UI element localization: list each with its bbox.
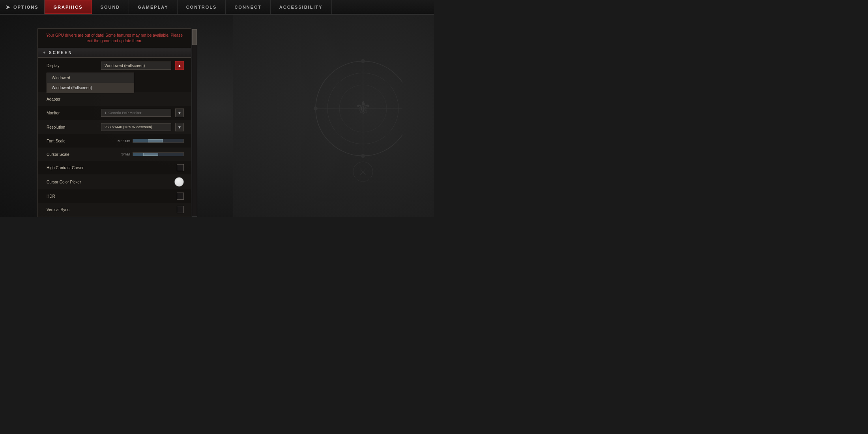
cursor-scale-slider[interactable] [133,152,184,156]
adapter-setting-row: Adapter [38,92,191,106]
high-contrast-cursor-control [177,164,184,171]
settings-panel: Your GPU drivers are out of date! Some f… [37,28,191,217]
vertical-sync-checkbox[interactable] [177,206,184,213]
resolution-control: 2560x1440 (16:9 Widescreen) ▼ [101,123,184,131]
font-scale-slider[interactable] [133,139,184,143]
tab-gameplay-label: GAMEPLAY [138,5,168,9]
navbar: ➤ OPTIONS GRAPHICS SOUND GAMEPLAY CONTRO… [0,0,434,15]
cursor-scale-value: Small [114,152,130,156]
scrollbar[interactable] [192,29,197,217]
scrollbar-thumb[interactable] [192,29,197,45]
main-content: Your GPU drivers are out of date! Some f… [0,15,434,217]
monitor-control: 1. Generic PnP Monitor ▼ [101,108,184,117]
display-dropdown[interactable]: Windowed (Fullscreen) [101,62,171,70]
display-label: Display [47,64,101,68]
display-setting-row: Display Windowed (Fullscreen) ▲ Windowed… [38,58,191,73]
section-icon: ✦ [43,51,46,55]
options-label: OPTIONS [13,5,39,9]
tab-sound[interactable]: SOUND [92,0,129,14]
resolution-dropdown[interactable]: 2560x1440 (16:9 Widescreen) [101,123,171,131]
monitor-label: Monitor [47,111,101,115]
vertical-sync-control [177,206,184,213]
hdr-control [177,193,184,200]
monitor-dropdown[interactable]: 1. Generic PnP Monitor [101,109,171,117]
cursor-scale-label: Cursor Scale [47,152,114,157]
dropdown-option-windowed-fullscreen[interactable]: Windowed (Fullscreen) [47,83,134,93]
monitor-value: 1. Generic PnP Monitor [105,111,141,115]
vertical-sync-row: Vertical Sync [38,203,191,216]
resolution-label: Resolution [47,125,101,129]
high-contrast-cursor-row: High Contrast Cursor [38,161,191,174]
cursor-scale-control: Small [114,152,184,156]
screen-section-header: ✦ SCREEN [38,48,191,58]
vertical-sync-label: Vertical Sync [47,208,177,212]
tab-connect[interactable]: CONNECT [226,0,270,14]
cursor-color-picker-row: Cursor Color Picker [38,174,191,189]
tab-connect-label: CONNECT [234,5,261,9]
nav-tabs: GRAPHICS SOUND GAMEPLAY CONTROLS CONNECT… [45,0,332,14]
display-control: Windowed (Fullscreen) ▲ [101,61,184,70]
monitor-dropdown-arrow[interactable]: ▼ [175,108,184,117]
warning-message: Your GPU drivers are out of date! Some f… [38,29,191,48]
hdr-row: HDR [38,189,191,203]
tab-gameplay[interactable]: GAMEPLAY [129,0,177,14]
high-contrast-cursor-label: High Contrast Cursor [47,166,177,170]
tab-controls-label: CONTROLS [186,5,217,9]
font-scale-value: Medium [114,139,130,143]
hdr-checkbox[interactable] [177,193,184,200]
dropdown-option-windowed[interactable]: Windowed [47,73,134,83]
tab-accessibility[interactable]: ACCESSIBILITY [271,0,332,14]
high-contrast-cursor-checkbox[interactable] [177,164,184,171]
limit-cutscene-fps-row: Limit Cutscene FPS ✓ [38,216,191,217]
cursor-scale-setting-row: Cursor Scale Small [38,148,191,161]
tab-graphics[interactable]: GRAPHICS [45,0,92,14]
monitor-setting-row: Monitor 1. Generic PnP Monitor ▼ [38,106,191,120]
options-button[interactable]: ➤ OPTIONS [0,0,45,14]
arrow-icon: ➤ [6,4,11,10]
resolution-setting-row: Resolution 2560x1440 (16:9 Widescreen) ▼ [38,120,191,134]
font-scale-control: Medium [114,139,184,143]
adapter-label: Adapter [47,97,184,101]
cursor-color-picker-swatch[interactable] [174,177,184,187]
font-scale-label: Font Scale [47,139,114,143]
resolution-value: 2560x1440 (16:9 Widescreen) [105,125,152,129]
tab-controls[interactable]: CONTROLS [178,0,226,14]
tab-graphics-label: GRAPHICS [54,5,83,9]
tab-sound-label: SOUND [101,5,120,9]
section-title: SCREEN [49,51,73,55]
display-value: Windowed (Fullscreen) [105,64,145,68]
display-dropdown-arrow[interactable]: ▲ [175,61,184,70]
warning-text: Your GPU drivers are out of date! Some f… [46,33,183,43]
cursor-color-picker-control [174,177,184,187]
resolution-dropdown-arrow[interactable]: ▼ [175,123,184,131]
cursor-color-picker-label: Cursor Color Picker [47,180,174,184]
display-dropdown-menu: Windowed Windowed (Fullscreen) [47,73,134,93]
tab-accessibility-label: ACCESSIBILITY [279,5,323,9]
hdr-label: HDR [47,194,177,198]
font-scale-setting-row: Font Scale Medium [38,134,191,148]
